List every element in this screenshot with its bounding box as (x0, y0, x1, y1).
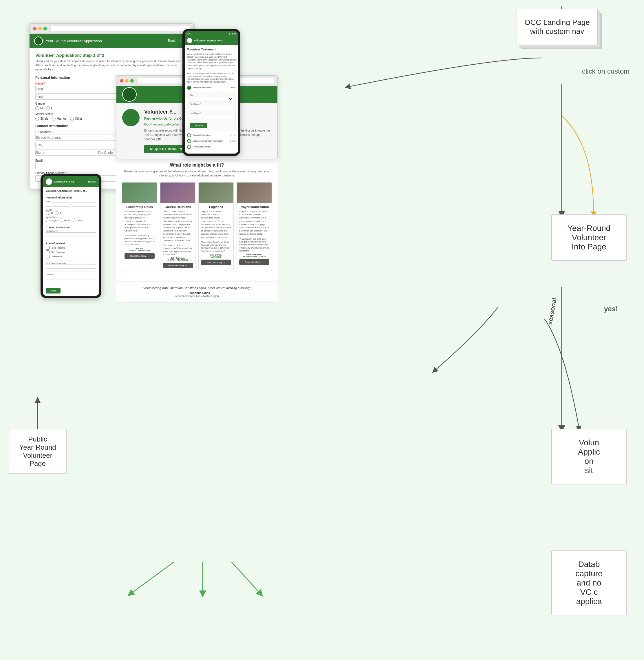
sp-address-label: US Address * (46, 230, 96, 232)
gender-f-radio[interactable] (46, 106, 50, 110)
sp-marital-single[interactable] (46, 218, 49, 222)
svg-line-5 (232, 562, 261, 594)
progress-item-4: 4 Review and Submit (187, 145, 236, 149)
sp-firstname-input[interactable] (46, 202, 70, 206)
read-story-btn-logistics[interactable]: Read His Story → (201, 260, 231, 265)
sp-gender-m[interactable] (46, 211, 49, 215)
testimonial-author: — Shadonna Small (122, 291, 272, 295)
sp-area-header: Area of Interest (46, 242, 96, 245)
read-story-btn-church[interactable]: Read Her Story → (163, 263, 193, 268)
gender-f-option[interactable]: F (46, 106, 53, 110)
vol-app-text: VolunAppliconsit (578, 438, 600, 475)
sp-screen: Samaritan's Purse ☰ Menu Volunteer Appli… (43, 176, 99, 296)
sp-nav-menu[interactable]: ☰ Menu (88, 180, 96, 183)
title-select[interactable] (190, 97, 233, 102)
sp-affiliation-label: Affiliation (46, 273, 96, 276)
sp-marital-married[interactable] (59, 218, 62, 222)
gender-m-option[interactable]: M (35, 106, 43, 110)
sp-divider-2 (46, 224, 96, 224)
yrv-minimize-btn[interactable] (125, 79, 129, 83)
main-content-roles: What role might be a fit? Please conside… (116, 156, 278, 303)
label-click-custom: click on custom (582, 67, 629, 75)
gender-m-radio[interactable] (35, 106, 39, 110)
marital-single-option[interactable]: Single (35, 117, 48, 120)
progress-label-3: Volunteer Opportunity Information (193, 140, 223, 142)
marital-other-option[interactable]: Other (70, 117, 82, 120)
progress-label-4: Review and Submit (193, 146, 210, 148)
sp-past-vol-input[interactable] (46, 265, 96, 269)
sp-gender-f[interactable] (55, 211, 59, 215)
last-name-group: Last Name * (190, 112, 233, 119)
role-position-logistics: LOGISTICS (201, 256, 231, 258)
role-card-prayer: Prayer Mobilization Prayer is critical t… (236, 182, 272, 271)
role-card-body-logistics: Logistics Logistics volunteers welcome s… (199, 203, 233, 267)
progress-circle-3: 3 (187, 139, 191, 143)
window-close-btn[interactable] (33, 27, 37, 30)
read-story-btn-leadership[interactable]: Read Her Story → (124, 253, 155, 259)
window-minimize-btn[interactable] (38, 27, 42, 30)
vif-first-name-input[interactable] (190, 106, 233, 110)
occ-box: OCC Landing Page with custom nav (516, 9, 598, 45)
testimonial-role: Area Coordinator, Mid-Atlantic Region (122, 295, 272, 298)
label-seasonal: seasonal (546, 297, 559, 325)
read-story-btn-prayer[interactable]: Read Her Story → (239, 259, 269, 265)
first-name-group: First Name * (190, 103, 233, 110)
progress-item-1: 1 Personal Information items (187, 86, 236, 90)
role-quote-prayer: "If you reach the kids, you can get the … (239, 238, 269, 252)
role-position-church: CHURCH RELATIONS (163, 259, 193, 261)
vif-last-name-input[interactable] (190, 115, 233, 119)
marital-other-radio[interactable] (70, 117, 74, 120)
role-card-body-church: Church Relations Church relations team m… (160, 203, 195, 271)
sp-marital-radio: Single Married Other (46, 218, 96, 222)
progress-circle-4: 4 (187, 145, 191, 149)
sp-page-title: Volunteer Application: Step 1 of 2 (46, 190, 96, 192)
nav-back[interactable]: Back (168, 39, 176, 43)
phone-sp-app: Samaritan's Purse ☰ Menu Volunteer Appli… (41, 174, 101, 298)
role-card-leadership: Leadership Roles Our leadership roles fo… (122, 182, 157, 271)
window-maximize-btn[interactable] (43, 27, 47, 30)
sp-collection-checkbox[interactable] (46, 255, 49, 259)
sp-media-checkbox[interactable] (46, 246, 49, 250)
sp-collection-label: Collection of... (51, 256, 63, 258)
db-box: Databcaptureand noVC capplica (551, 550, 627, 615)
yrv-info-box: Year-RoundVolunteerInfo Page (551, 214, 627, 261)
sp-affiliation-input2[interactable] (46, 281, 96, 285)
role-desc-leadership: Our leadership roles focus on recruiting… (124, 210, 155, 233)
yrv-hero-logo (122, 109, 140, 126)
yrv-close-btn[interactable] (120, 79, 123, 83)
db-text: Databcaptureand noVC capplica (575, 560, 602, 606)
sp-address-input[interactable] (46, 233, 96, 237)
svg-line-3 (130, 562, 174, 594)
city-input[interactable] (35, 142, 127, 148)
phone-screen: 9:41 ▲ ▲ ■ Volunteer Interest Form Volun… (185, 31, 238, 154)
role-card-church: Church Relations Church relations team m… (160, 182, 196, 271)
url-bar (51, 26, 190, 31)
sp-lastname-input[interactable] (71, 202, 96, 206)
role-card-body-leadership: Leadership Roles Our leadership roles fo… (122, 203, 157, 261)
marital-single-radio[interactable] (35, 117, 39, 120)
sp-divider-5 (46, 271, 96, 272)
marital-single-label: Single (40, 117, 48, 120)
role-desc-church: Church relations team members build and … (163, 210, 193, 242)
progress-label-1: Personal Information (193, 87, 212, 89)
role-quote-leadership: "I volunteer because my passion is evang… (124, 234, 155, 246)
yrv-maximize-btn[interactable] (130, 79, 134, 83)
continue-btn[interactable]: Continue (190, 123, 207, 128)
sp-brand: Samaritan's Purse (54, 180, 74, 183)
app-header: Year-Round Volunteer Application Back Lo… (29, 34, 193, 48)
marital-married-option[interactable]: Married (52, 117, 67, 120)
role-quote-logistics: "Operation Christmas Child has changed o… (201, 241, 231, 253)
sp-submit-btn[interactable]: Send (46, 288, 61, 293)
sp-affiliation-input[interactable] (46, 276, 96, 280)
title-group: Title (190, 94, 233, 102)
sp-office-checkbox[interactable] (46, 250, 49, 254)
role-img-leadership (122, 182, 157, 203)
sp-marital-other[interactable] (73, 218, 76, 222)
marital-married-radio[interactable] (52, 117, 55, 120)
app-logo-area: Year-Round Volunteer Application (34, 37, 102, 45)
progress-item-2: 2 Contact Information 4 link (187, 133, 236, 137)
testimonial-section: "Volunteering with Operation Christmas C… (116, 281, 278, 302)
phone-header: Volunteer Interest Form (185, 36, 238, 45)
sp-check-media: Media Relations (46, 246, 96, 250)
state-input[interactable] (35, 149, 96, 156)
